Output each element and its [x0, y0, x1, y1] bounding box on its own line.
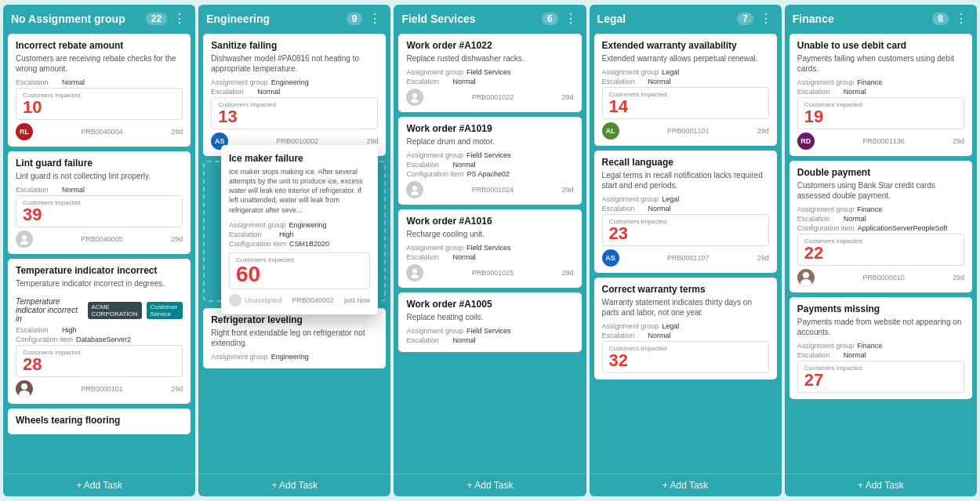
card-avatar: RD	[797, 133, 815, 150]
card-card-temp-indicator[interactable]: Temperature indicator incorrect Temperat…	[8, 259, 191, 404]
add-task-no-assignment[interactable]: + Add Task	[3, 474, 195, 496]
card-field: Escalation Normal	[602, 332, 769, 339]
field-value: ApplicationServerPeopleSoft	[858, 224, 948, 232]
column-menu-no-assignment[interactable]: ⋮	[172, 11, 187, 26]
card-card-wheels[interactable]: Wheels tearing flooring	[8, 408, 191, 434]
field-label: Escalation	[16, 326, 59, 334]
column-count-finance: 8	[932, 13, 949, 25]
customers-box: Customers Impacted 32	[602, 341, 769, 373]
customers-label: Customers Impacted	[609, 345, 762, 352]
card-age: 29d	[757, 127, 769, 135]
column-menu-legal[interactable]: ⋮	[758, 11, 774, 26]
field-value: Field Services	[466, 68, 511, 76]
card-prb: PRB0000010	[862, 274, 905, 281]
card-field: Escalation Normal	[406, 161, 573, 169]
column-title-engineering: Engineering	[206, 13, 347, 25]
svg-point-0	[22, 235, 27, 240]
card-field: Assignment group Finance	[797, 78, 964, 86]
field-value: Finance	[857, 205, 882, 213]
field-value: Engineering	[271, 353, 309, 361]
kanban-board: No Assignment group 22 ⋮ Incorrect rebat…	[0, 0, 980, 501]
customers-number: 39	[23, 206, 176, 223]
customers-label: Customers Impacted	[23, 199, 176, 206]
field-label: Assignment group	[406, 68, 463, 76]
column-menu-engineering[interactable]: ⋮	[367, 11, 383, 26]
card-card-work-a1016[interactable]: Work order #A1016 Recharge cooling unit.…	[398, 209, 581, 288]
column-header-legal: Legal 7 ⋮	[590, 5, 782, 31]
tooltip-acme: ACME CORPORATION	[88, 302, 142, 319]
card-card-work-a1019[interactable]: Work order #A1019 Replace drum and motor…	[398, 117, 581, 205]
customers-box: Customers Impacted 14	[602, 87, 769, 119]
field-value: Normal	[844, 215, 866, 223]
overlay-customers-box: Customers Impacted 60	[229, 252, 370, 289]
card-card-recall-language[interactable]: Recall language Legal terms in recall no…	[594, 151, 777, 273]
card-card-double-payment[interactable]: Double payment Customers using Bank Star…	[789, 161, 972, 292]
customers-number: 10	[23, 99, 176, 116]
card-card-warranty-terms[interactable]: Correct warranty terms Warranty statemen…	[594, 278, 777, 379]
field-label: Escalation	[16, 78, 59, 86]
column-menu-finance[interactable]: ⋮	[953, 11, 969, 26]
card-age: 29d	[562, 93, 574, 101]
column-title-no-assignment: No Assignment group	[11, 13, 146, 25]
card-title: Temperature indicator incorrect	[16, 265, 183, 276]
board-columns: No Assignment group 22 ⋮ Incorrect rebat…	[0, 0, 980, 501]
card-title: Extended warranty availability	[602, 40, 769, 51]
card-age: 29d	[171, 385, 183, 393]
card-avatar: AL	[602, 122, 619, 140]
overlay-card-title: Ice maker failure	[229, 153, 370, 164]
field-value: Normal	[452, 161, 475, 169]
add-task-legal[interactable]: + Add Task	[590, 474, 782, 496]
customers-number: 14	[609, 98, 762, 115]
card-field: Configuration item ApplicationServerPeop…	[797, 224, 964, 232]
field-label: Assignment group	[797, 78, 855, 86]
card-field: Escalation Normal	[16, 78, 183, 86]
add-task-engineering[interactable]: + Add Task	[198, 474, 390, 496]
field-value: Normal	[844, 88, 866, 96]
card-title: Refrigerator leveling	[211, 314, 378, 325]
card-footer: PRB0001022 29d	[406, 89, 573, 106]
card-card-refrigerator[interactable]: Refrigerator leveling Right front extend…	[203, 308, 386, 368]
field-value: Field Services	[466, 151, 511, 159]
card-card-work-a1005[interactable]: Work order #A1005 Replace heating coils.…	[398, 292, 581, 352]
field-label: Assignment group	[602, 195, 659, 203]
card-desc: Replace heating coils.	[406, 312, 573, 322]
card-field: Escalation Normal	[16, 186, 183, 194]
field-label: Assignment group	[797, 342, 855, 350]
customers-number: 27	[804, 372, 957, 389]
card-card-extended-warranty[interactable]: Extended warranty availability Extended …	[594, 34, 777, 146]
card-card-lint-guard[interactable]: Lint guard failure Lint guard is not col…	[8, 151, 191, 254]
card-card-work-a1022[interactable]: Work order #A1022 Replace rusted dishwas…	[398, 34, 581, 112]
card-card-payments-missing[interactable]: Payments missing Payments made from webs…	[789, 297, 972, 399]
card-card-incorrect-rebate[interactable]: Incorrect rebate amount Customers are re…	[8, 34, 191, 147]
customers-label: Customers Impacted	[218, 101, 371, 108]
card-title: Work order #A1005	[406, 299, 573, 310]
card-footer: AL PRB0001101 29d	[602, 122, 769, 140]
field-label: Assignment group	[406, 327, 463, 335]
customers-box: Customers Impacted 39	[16, 195, 183, 227]
card-field: Escalation Normal	[602, 78, 769, 85]
field-value: Legal	[662, 68, 679, 76]
card-desc: Dishwasher model #PA0816 not heating to …	[211, 53, 378, 74]
column-menu-field-services[interactable]: ⋮	[563, 11, 579, 26]
card-prb: PRB0001024	[472, 186, 514, 194]
tooltip-cs: Customer Service	[147, 302, 183, 319]
overlay-field-label: Configuration item	[229, 240, 286, 248]
column-header-engineering: Engineering 9 ⋮	[198, 5, 390, 31]
card-desc: Customers are receiving rebate checks fo…	[16, 53, 183, 74]
card-prb: PRB0001107	[667, 254, 710, 262]
card-field: Assignment group Finance	[797, 205, 964, 213]
add-task-field-services[interactable]: + Add Task	[394, 474, 586, 496]
card-card-debit-card[interactable]: Unable to use debit card Payments failin…	[789, 34, 972, 156]
add-task-finance[interactable]: + Add Task	[785, 474, 977, 496]
overlay-prb: PRB0040002	[292, 296, 334, 304]
field-value: Field Services	[466, 327, 511, 335]
card-age: 29d	[953, 274, 964, 281]
field-label: Assignment group	[602, 322, 659, 330]
field-value: Normal	[844, 351, 866, 359]
overlay-card[interactable]: Ice maker failure Ice maker stops making…	[221, 145, 378, 314]
field-value: Legal	[662, 195, 679, 203]
card-field: Escalation High	[16, 326, 183, 334]
card-card-sanitize[interactable]: Sanitize failing Dishwasher model #PA081…	[203, 34, 386, 156]
overlay-field-row: EscalationHigh	[229, 231, 370, 238]
card-field: Assignment group Field Services	[406, 244, 573, 252]
